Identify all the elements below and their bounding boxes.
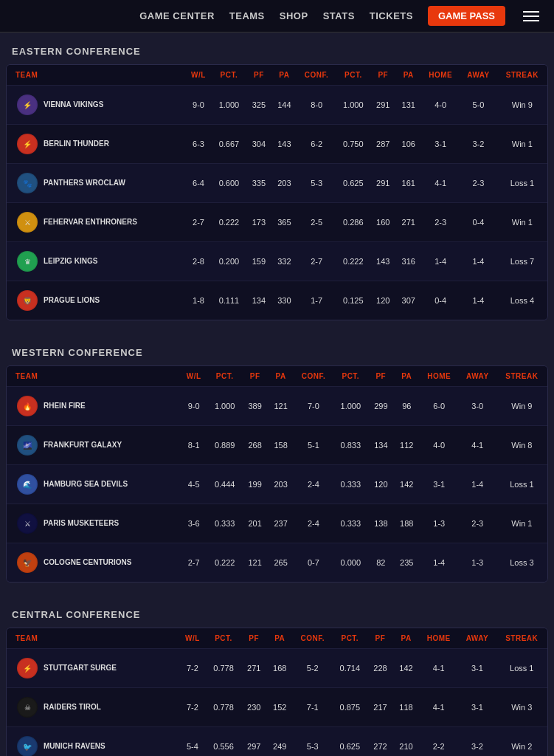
stat-conf: 0-7	[294, 543, 333, 583]
stat-away: 3-1	[458, 688, 496, 727]
stat-cpct: 0.333	[333, 465, 368, 504]
stat-pct: 1.000	[207, 387, 242, 426]
col-header-cpa: PA	[394, 366, 420, 387]
stat-away: 5-0	[460, 86, 496, 125]
stat-home: 3-1	[421, 125, 460, 164]
table-row[interactable]: 🌌FRANKFURT GALAXY8-10.8892681585-10.8331…	[7, 426, 547, 465]
col-header-pf: PF	[246, 65, 271, 86]
stat-cpa: 142	[394, 465, 420, 504]
stat-wl: 6-4	[185, 164, 212, 203]
stat-pf: 389	[242, 387, 268, 426]
stat-home: 1-4	[420, 543, 459, 583]
stat-pct: 0.667	[212, 125, 246, 164]
stat-cpct: 0.333	[333, 504, 368, 543]
stat-conf: 2-4	[294, 504, 333, 543]
nav-teams[interactable]: TEAMS	[229, 10, 265, 21]
table-row[interactable]: 🐾PANTHERS WROCLAW6-40.6003352035-30.6252…	[7, 164, 547, 203]
table-row[interactable]: ☠RAIDERS TIROL7-20.7782301527-10.8752171…	[7, 688, 547, 727]
table-row[interactable]: ⚔PARIS MUSKETEERS3-60.3332012372-40.3331…	[7, 504, 547, 543]
stat-cpf: 120	[368, 465, 394, 504]
col-header-wl: W/L	[180, 366, 207, 387]
stat-pct: 0.222	[212, 203, 246, 242]
table-row[interactable]: 🌊HAMBURG SEA DEVILS4-50.4441992032-40.33…	[7, 465, 547, 504]
table-row[interactable]: ♛LEIPZIG KINGS2-80.2001593322-70.2221433…	[7, 242, 547, 281]
table-row[interactable]: ⚡BERLIN THUNDER6-30.6673041436-20.750287…	[7, 125, 547, 164]
nav-game-center[interactable]: GAME CENTER	[139, 10, 215, 21]
stat-pf: 297	[241, 727, 267, 757]
stat-streak: Loss 7	[497, 242, 547, 281]
team-name: PARIS MUSKETEERS	[44, 519, 119, 528]
table-row[interactable]: 🐦MUNICH RAVENS5-40.5562972495-30.6252722…	[7, 727, 547, 757]
team-name: PRAGUE LIONS	[44, 296, 100, 305]
stat-away: 2-3	[460, 164, 496, 203]
stat-cpf: 143	[370, 242, 395, 281]
stat-pf: 304	[246, 125, 271, 164]
table-row[interactable]: ⚔FEHERVAR ENTHRONERS2-70.2221733652-50.2…	[7, 203, 547, 242]
stat-cpf: 134	[368, 426, 394, 465]
table-row[interactable]: 🦅COLOGNE CENTURIONS2-70.2221212650-70.00…	[7, 543, 547, 583]
col-header-away: AWAY	[458, 628, 496, 649]
team-name: HAMBURG SEA DEVILS	[44, 480, 128, 489]
team-logo: ⚡	[17, 658, 38, 678]
stat-streak: Win 1	[497, 125, 547, 164]
team-name: LEIPZIG KINGS	[44, 257, 97, 266]
team-name: COLOGNE CENTURIONS	[44, 558, 131, 567]
stat-home: 6-0	[420, 387, 459, 426]
stat-cpa: 142	[393, 649, 419, 688]
hamburger-menu[interactable]	[520, 8, 542, 24]
nav-tickets[interactable]: TICKETS	[370, 10, 413, 21]
table-row[interactable]: ⚡VIENNA VIKINGS9-01.0003251448-01.000291…	[7, 86, 547, 125]
table-row[interactable]: 🦁PRAGUE LIONS1-80.1111343301-70.12512030…	[7, 281, 547, 320]
game-pass-button[interactable]: GAME PASS	[428, 6, 505, 26]
stat-pf: 268	[242, 426, 268, 465]
team-name: VIENNA VIKINGS	[44, 100, 103, 109]
team-logo: ⚡	[17, 94, 38, 115]
col-header-cpct: PCT.	[333, 366, 368, 387]
stat-cpf: 138	[368, 504, 394, 543]
stat-wl: 1-8	[185, 281, 212, 320]
stat-pct: 0.111	[212, 281, 246, 320]
stat-conf: 2-4	[294, 465, 333, 504]
nav-shop[interactable]: SHOP	[280, 10, 308, 21]
stat-cpf: 291	[370, 164, 395, 203]
stat-cpct: 0.833	[333, 426, 368, 465]
stat-away: 2-3	[459, 504, 496, 543]
stat-wl: 8-1	[180, 426, 207, 465]
col-header-team: TEAM	[7, 628, 179, 649]
stat-conf: 6-2	[297, 125, 336, 164]
col-header-team: TEAM	[7, 366, 180, 387]
stat-cpct: 0.714	[333, 649, 367, 688]
team-name: BERLIN THUNDER	[44, 140, 109, 148]
stat-streak: Loss 3	[496, 543, 547, 583]
nav-stats[interactable]: STATS	[323, 10, 355, 21]
table-row[interactable]: 🔥RHEIN FIRE9-01.0003891217-01.000299966-…	[7, 387, 547, 426]
stat-cpct: 0.000	[333, 543, 368, 583]
stat-pa: 203	[268, 465, 294, 504]
table-row[interactable]: ⚡STUTTGART SURGE7-20.7782711685-20.71422…	[7, 649, 547, 688]
stat-wl: 7-2	[179, 649, 206, 688]
stat-pf: 121	[242, 543, 268, 583]
team-logo: ☠	[17, 697, 38, 718]
stat-home: 2-2	[419, 727, 458, 757]
stat-conf: 5-3	[293, 727, 333, 757]
stat-pct: 0.444	[207, 465, 242, 504]
team-name: RAIDERS TIROL	[44, 703, 101, 712]
conference-header-1: WESTERN CONFERENCE	[0, 334, 554, 365]
team-cell-0: ⚡STUTTGART SURGE	[7, 649, 179, 688]
stat-cpa: 188	[394, 504, 420, 543]
team-logo: ⚔	[17, 212, 38, 233]
stat-pf: 173	[246, 203, 271, 242]
stat-wl: 2-8	[185, 242, 212, 281]
stat-wl: 2-7	[180, 543, 207, 583]
stat-away: 1-4	[459, 465, 496, 504]
stat-cpa: 96	[394, 387, 420, 426]
stat-streak: Win 3	[496, 688, 547, 727]
stat-conf: 7-0	[294, 387, 333, 426]
col-header-cpa: PA	[396, 65, 421, 86]
stat-pa: 168	[267, 649, 293, 688]
stat-pf: 201	[242, 504, 268, 543]
col-header-cpct: PCT.	[333, 628, 367, 649]
stat-cpa: 106	[396, 125, 421, 164]
stat-wl: 6-3	[185, 125, 212, 164]
stat-wl: 3-6	[180, 504, 207, 543]
